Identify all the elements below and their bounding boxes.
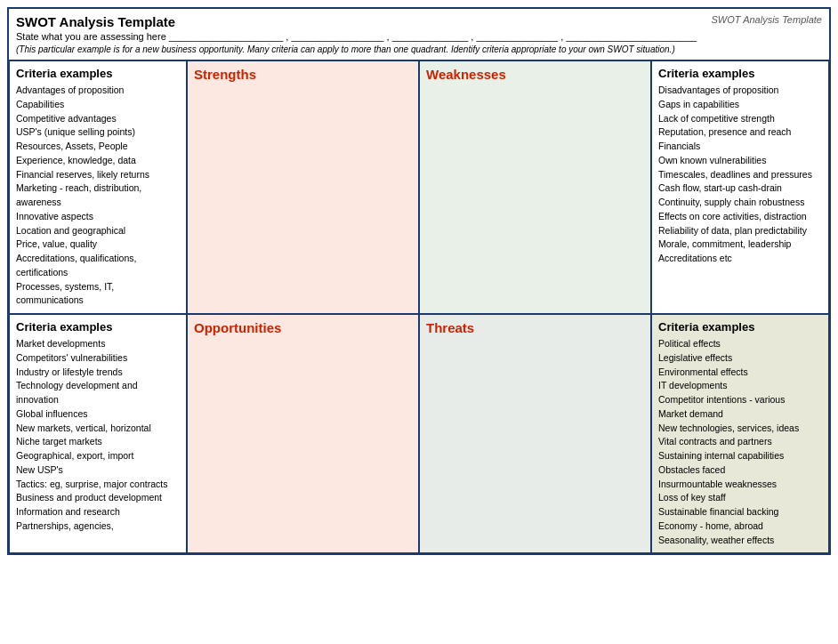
list-item: Morale, commitment, leadership	[658, 237, 822, 252]
bottom-right-criteria-cell: Criteria examples Political effectsLegis…	[651, 314, 829, 553]
opportunities-title: Opportunities	[194, 320, 412, 335]
list-item: Market developments	[16, 337, 180, 351]
list-item: Geographical, export, import	[16, 449, 180, 463]
note: (This particular example is for a new bu…	[16, 44, 822, 56]
list-item: Sustainable financial backing	[658, 505, 822, 519]
list-item: Own known vulnerabilities	[658, 154, 822, 168]
list-item: Partnerships, agencies,	[16, 519, 180, 534]
opportunities-cell: Opportunities	[187, 314, 419, 553]
top-left-criteria-title: Criteria examples	[16, 67, 180, 80]
list-item: Obstacles faced	[658, 463, 822, 478]
list-item: Global influences	[16, 407, 180, 422]
list-item: Tactics: eg, surprise, major contracts	[16, 478, 180, 492]
list-item: Capabilities	[16, 98, 180, 112]
list-item: Seasonality, weather effects	[658, 534, 822, 548]
swot-grid: Criteria examples Advantages of proposit…	[9, 60, 829, 553]
top-right-criteria-list: Disadvantages of propositionGaps in capa…	[658, 84, 822, 266]
list-item: New USP's	[16, 463, 180, 478]
watermark: SWOT Analysis Template	[711, 14, 822, 25]
list-item: Information and research	[16, 505, 180, 519]
header: SWOT Analysis Template SWOT Analysis Tem…	[9, 9, 829, 60]
list-item: Location and geographical	[16, 224, 180, 238]
list-item: Competitors' vulnerabilities	[16, 351, 180, 366]
list-item: Accreditations, qualifications, certific…	[16, 252, 180, 280]
list-item: Financials	[658, 140, 822, 154]
bottom-left-criteria-list: Market developmentsCompetitors' vulnerab…	[16, 337, 180, 534]
list-item: Sustaining internal capabilities	[658, 449, 822, 463]
list-item: Loss of key staff	[658, 491, 822, 505]
threats-title: Threats	[426, 320, 644, 335]
list-item: Effects on core activities, distraction	[658, 210, 822, 224]
list-item: New markets, vertical, horizontal	[16, 422, 180, 436]
list-item: Innovative aspects	[16, 210, 180, 224]
list-item: Competitor intentions - various	[658, 393, 822, 407]
bottom-right-criteria-list: Political effectsLegislative effectsEnvi…	[658, 337, 822, 547]
list-item: Resources, Assets, People	[16, 140, 180, 154]
list-item: Insurmountable weaknesses	[658, 478, 822, 492]
list-item: Competitive advantages	[16, 112, 180, 126]
strengths-cell: Strengths	[187, 60, 419, 314]
swot-container: SWOT Analysis Template SWOT Analysis Tem…	[7, 7, 831, 555]
threats-cell: Threats	[419, 314, 651, 553]
list-item: Gaps in capabilities	[658, 98, 822, 112]
list-item: Advantages of proposition	[16, 84, 180, 98]
list-item: Environmental effects	[658, 366, 822, 380]
list-item: Accreditations etc	[658, 252, 822, 266]
main-title: SWOT Analysis Template	[16, 14, 175, 29]
list-item: New technologies, services, ideas	[658, 422, 822, 436]
list-item: Economy - home, abroad	[658, 519, 822, 534]
top-left-criteria-cell: Criteria examples Advantages of proposit…	[9, 60, 187, 314]
list-item: Continuity, supply chain robustness	[658, 196, 822, 210]
list-item: Marketing - reach, distribution, awarene…	[16, 181, 180, 210]
list-item: Industry or lifestyle trends	[16, 366, 180, 380]
list-item: Vital contracts and partners	[658, 435, 822, 449]
list-item: Reputation, presence and reach	[658, 125, 822, 140]
list-item: Experience, knowledge, data	[16, 154, 180, 168]
list-item: Business and product development	[16, 491, 180, 505]
top-right-criteria-cell: Criteria examples Disadvantages of propo…	[651, 60, 829, 314]
list-item: Processes, systems, IT, communications	[16, 280, 180, 309]
list-item: Legislative effects	[658, 351, 822, 366]
list-item: Niche target markets	[16, 435, 180, 449]
weaknesses-title: Weaknesses	[426, 67, 644, 82]
top-right-criteria-title: Criteria examples	[658, 67, 822, 80]
strengths-title: Strengths	[194, 67, 412, 82]
list-item: USP's (unique selling points)	[16, 125, 180, 140]
bottom-left-criteria-cell: Criteria examples Market developmentsCom…	[9, 314, 187, 553]
subtitle: State what you are assessing here ______…	[16, 31, 822, 42]
list-item: IT developments	[658, 379, 822, 393]
top-left-criteria-list: Advantages of propositionCapabilitiesCom…	[16, 84, 180, 308]
list-item: Political effects	[658, 337, 822, 351]
list-item: Lack of competitive strength	[658, 112, 822, 126]
list-item: Technology development and innovation	[16, 379, 180, 407]
list-item: Reliability of data, plan predictability	[658, 224, 822, 238]
bottom-right-criteria-title: Criteria examples	[658, 320, 822, 334]
list-item: Cash flow, start-up cash-drain	[658, 181, 822, 196]
weaknesses-cell: Weaknesses	[419, 60, 651, 314]
list-item: Timescales, deadlines and pressures	[658, 168, 822, 182]
bottom-left-criteria-title: Criteria examples	[16, 320, 180, 334]
list-item: Financial reserves, likely returns	[16, 168, 180, 182]
list-item: Disadvantages of proposition	[658, 84, 822, 98]
list-item: Market demand	[658, 407, 822, 422]
list-item: Price, value, quality	[16, 237, 180, 252]
